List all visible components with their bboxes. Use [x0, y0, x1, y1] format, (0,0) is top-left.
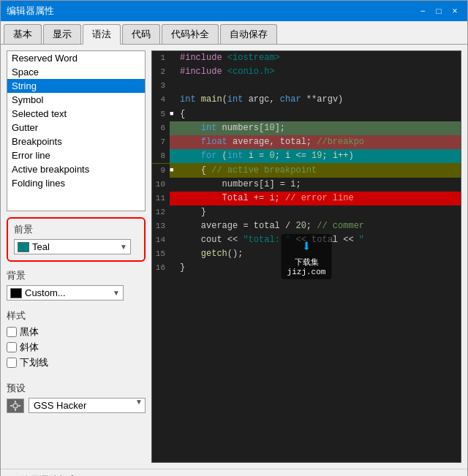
foreground-section: 前景 Teal ▼ — [7, 217, 146, 262]
background-dropdown-row: Custom... ▼ — [7, 285, 124, 301]
underline-checkbox[interactable] — [7, 358, 17, 368]
tab-autosave[interactable]: 自动保存 — [220, 24, 277, 44]
line-number: 7 — [152, 135, 170, 149]
syntax-list-item[interactable]: Active breakpoints — [7, 162, 145, 176]
tab-code[interactable]: 代码 — [122, 24, 160, 44]
minimize-button[interactable]: − — [416, 4, 429, 18]
preset-dropdown-wrapper: GSS Hacker Default ▼ — [29, 398, 146, 413]
preset-section: 预设 GSS Hacker De — [7, 382, 146, 413]
svg-point-0 — [13, 404, 18, 408]
line-content: { — [177, 107, 461, 121]
line-number: 13 — [152, 219, 170, 233]
line-number: 10 — [152, 178, 170, 192]
code-line: 8 for (int i = 0; i <= 19; i++) — [152, 149, 461, 163]
syntax-list-item[interactable]: Selected text — [7, 107, 145, 121]
line-number: 2 — [152, 65, 170, 79]
preset-row: GSS Hacker Default ▼ — [7, 398, 146, 413]
tab-basic[interactable]: 基本 — [4, 24, 42, 44]
style-section: 样式 黑体 斜体 下划线 — [7, 308, 146, 373]
syntax-list-item[interactable]: Reserved Word — [7, 51, 145, 65]
syntax-list-item[interactable]: Space — [7, 65, 145, 79]
italic-row: 斜体 — [7, 341, 146, 354]
download-text2: jizj.com — [287, 268, 326, 276]
line-marker — [170, 163, 177, 178]
background-label: 背景 — [7, 269, 146, 282]
tab-display[interactable]: 显示 — [43, 24, 81, 44]
line-number: 12 — [152, 205, 170, 219]
line-number: 14 — [152, 233, 170, 247]
line-content: float average, total; //breakpo — [177, 135, 461, 149]
background-dropdown-arrow[interactable]: ▼ — [113, 289, 120, 297]
code-line: 11 Total += i; // error line — [152, 192, 461, 205]
code-line: 4int main(int argc, char **argv) — [152, 93, 461, 107]
code-line: 13 average = total / 20; // commer — [152, 219, 461, 233]
foreground-dropdown-row: Teal ▼ — [14, 239, 131, 254]
syntax-list-item[interactable]: Gutter — [7, 121, 145, 135]
right-panel: 1#include <iostream>2#include <conio.h>3… — [151, 50, 461, 463]
title-bar: 编辑器属性 − □ × — [1, 1, 467, 21]
line-content: int numbers[10]; — [177, 121, 461, 135]
title-bar-buttons: − □ × — [416, 4, 461, 18]
foreground-dropdown-arrow[interactable]: ▼ — [120, 243, 127, 251]
foreground-label: 前景 — [14, 223, 138, 236]
line-number: 6 — [152, 121, 170, 135]
line-content: numbers[i] = i; — [177, 178, 461, 192]
bold-checkbox[interactable] — [7, 327, 17, 337]
foreground-color-swatch — [18, 242, 29, 252]
editor-properties-window: 编辑器属性 − □ × 基本 显示 语法 代码 代码补全 自动保存 — [0, 0, 468, 476]
maximize-button[interactable]: □ — [432, 4, 445, 18]
download-text1: 下载集 — [295, 257, 319, 268]
syntax-list-item[interactable]: String — [7, 79, 145, 93]
underline-label: 下划线 — [20, 356, 48, 369]
line-content: #include <iostream> — [177, 51, 461, 65]
svg-rect-4 — [18, 405, 20, 407]
syntax-list-item[interactable]: Folding lines — [7, 176, 145, 190]
line-content: } — [177, 205, 461, 219]
main-content: Reserved WordSpaceStringSymbolSelected t… — [1, 45, 467, 469]
foreground-color-name: Teal — [32, 241, 120, 252]
syntax-list-item[interactable]: Breakpoints — [7, 135, 145, 148]
code-line: 9 { // active breakpoint — [152, 163, 461, 178]
preset-icon — [7, 398, 24, 413]
line-content: Total += i; // error line — [177, 192, 461, 205]
close-button[interactable]: × — [448, 4, 461, 18]
line-content: average = total / 20; // commer — [177, 219, 461, 233]
italic-checkbox[interactable] — [7, 342, 17, 352]
svg-rect-1 — [15, 401, 16, 403]
code-line: 5{ — [152, 107, 461, 121]
code-editor[interactable]: 1#include <iostream>2#include <conio.h>3… — [151, 50, 461, 463]
preset-dropdown[interactable]: GSS Hacker Default — [29, 398, 146, 413]
line-number: 16 — [152, 261, 170, 275]
svg-rect-3 — [10, 405, 12, 407]
preset-label: 预设 — [7, 382, 146, 395]
background-color-name: Custom... — [25, 287, 113, 298]
line-content: int main(int argc, char **argv) — [177, 93, 461, 107]
line-number: 9 — [152, 164, 170, 178]
code-scrollbar-horizontal[interactable] — [152, 462, 461, 463]
code-line: 12 } — [152, 205, 461, 219]
code-line: 1#include <iostream> — [152, 51, 461, 65]
syntax-list-item[interactable]: Symbol — [7, 93, 145, 107]
tab-syntax[interactable]: 语法 — [83, 24, 121, 45]
syntax-list: Reserved WordSpaceStringSymbolSelected t… — [7, 51, 145, 190]
code-line: 10 numbers[i] = i; — [152, 178, 461, 192]
window-title: 编辑器属性 — [7, 4, 54, 18]
code-line: 2#include <conio.h> — [152, 65, 461, 79]
line-number: 5 — [152, 107, 170, 121]
tab-autocomplete[interactable]: 代码补全 — [162, 24, 219, 44]
bold-row: 黑体 — [7, 325, 146, 339]
code-line: 6 int numbers[10]; — [152, 121, 461, 135]
line-number: 1 — [152, 51, 170, 65]
line-marker — [170, 107, 177, 121]
download-badge: ⬇ 下载集 jizj.com — [282, 234, 332, 279]
line-content: { // active breakpoint — [177, 164, 461, 178]
code-line: 3 — [152, 79, 461, 93]
style-label: 样式 — [7, 309, 146, 322]
syntax-list-container[interactable]: Reserved WordSpaceStringSymbolSelected t… — [7, 50, 146, 211]
line-content: for (int i = 0; i <= 19; i++) — [177, 149, 461, 163]
line-number: 3 — [152, 79, 170, 93]
line-number: 11 — [152, 192, 170, 205]
tab-bar: 基本 显示 语法 代码 代码补全 自动保存 — [1, 21, 467, 45]
syntax-list-item[interactable]: Error line — [7, 148, 145, 162]
svg-rect-2 — [15, 409, 16, 411]
